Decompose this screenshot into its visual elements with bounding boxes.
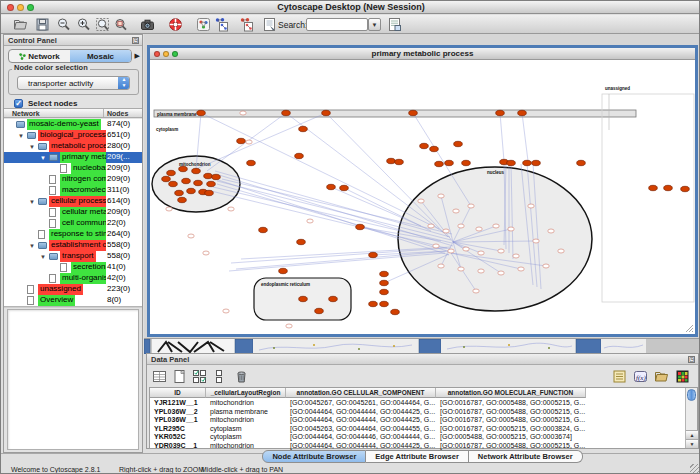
- network-view-window[interactable]: primary metabolic process plasma membran…: [147, 45, 698, 337]
- help-lifering-icon[interactable]: [168, 17, 183, 32]
- expand-arrow-icon[interactable]: ▼: [18, 131, 24, 141]
- minimized-windows-strip[interactable]: [144, 338, 699, 353]
- search-dropdown-icon[interactable]: ▼: [368, 18, 381, 31]
- network-node-selected[interactable]: [162, 176, 171, 181]
- attribute-matrix-icon[interactable]: [675, 369, 690, 384]
- network-node[interactable]: [463, 247, 469, 251]
- network-node-selected[interactable]: [178, 197, 187, 202]
- tree-row[interactable]: Overview8(0): [4, 295, 142, 306]
- tree-row[interactable]: cellular metabo209(0): [4, 207, 142, 218]
- network-node-selected[interactable]: [435, 161, 444, 166]
- network-node-selected[interactable]: [194, 180, 203, 185]
- tree-splitter[interactable]: [4, 306, 142, 308]
- birdseye-view[interactable]: [7, 309, 139, 450]
- tree-row[interactable]: cell communicat22(0): [4, 218, 142, 229]
- network-node-selected[interactable]: [387, 158, 396, 163]
- network-node-selected[interactable]: [282, 110, 291, 115]
- network-node-selected[interactable]: [369, 301, 378, 306]
- network-node-selected[interactable]: [518, 110, 527, 115]
- network-node-selected[interactable]: [395, 159, 404, 164]
- network-node-selected[interactable]: [175, 190, 184, 195]
- network-node-selected[interactable]: [420, 143, 429, 148]
- network-node[interactable]: [458, 267, 464, 271]
- tree-row[interactable]: ▼metabolic process280(0): [4, 141, 142, 152]
- network-node[interactable]: [518, 267, 524, 271]
- network-node-selected[interactable]: [197, 110, 206, 115]
- network-node[interactable]: [473, 289, 479, 293]
- tree-row[interactable]: mosaic-demo-yeast874(0): [4, 119, 142, 130]
- network-node[interactable]: [468, 204, 474, 208]
- tree-row[interactable]: multi-organism pro42(0): [4, 273, 142, 284]
- view-resize-grip[interactable]: [686, 325, 693, 332]
- network-node[interactable]: [478, 251, 484, 255]
- expand-arrow-icon[interactable]: ▼: [29, 241, 35, 251]
- tree-row[interactable]: secretion41(0): [4, 262, 142, 273]
- zoom-fit-icon[interactable]: [95, 17, 110, 32]
- plugin-layout-red-icon[interactable]: [239, 17, 254, 32]
- network-node-selected[interactable]: [237, 138, 246, 143]
- network-node[interactable]: [458, 224, 464, 228]
- network-node-selected[interactable]: [649, 185, 658, 190]
- network-node-selected[interactable]: [340, 185, 349, 190]
- network-node[interactable]: [228, 207, 234, 211]
- table-column-header[interactable]: _cellularLayoutRegion: [206, 388, 286, 398]
- tab-node-attribute-browser[interactable]: Node Attribute Browser: [262, 450, 366, 463]
- search-input[interactable]: [306, 18, 368, 31]
- network-node[interactable]: [548, 229, 554, 233]
- scrollbar-thumb[interactable]: [687, 389, 696, 401]
- expand-arrow-icon[interactable]: ▼: [40, 153, 46, 163]
- window-resize-grip[interactable]: [690, 464, 700, 474]
- network-node-selected[interactable]: [212, 174, 221, 179]
- select-attributes-icon[interactable]: [192, 369, 207, 384]
- attribute-table-icon[interactable]: [152, 369, 167, 384]
- snapshot-camera-icon[interactable]: [140, 17, 155, 32]
- network-node-selected[interactable]: [681, 186, 690, 191]
- node-color-dropdown[interactable]: transporter activity ▲▼: [17, 76, 130, 90]
- network-node-selected[interactable]: [207, 181, 216, 186]
- network-node-selected[interactable]: [169, 181, 178, 186]
- network-node[interactable]: [223, 309, 229, 313]
- zoom-out-icon[interactable]: [56, 17, 71, 32]
- tree-row[interactable]: ▼transport558(0): [4, 251, 142, 262]
- tab-network-attribute-browser[interactable]: Network Attribute Browser: [469, 450, 583, 463]
- save-icon[interactable]: [35, 17, 50, 32]
- network-canvas[interactable]: plasma membrane cytoplasm mitochondrion …: [150, 60, 695, 334]
- network-node-selected[interactable]: [299, 126, 308, 131]
- network-node-selected[interactable]: [192, 168, 201, 173]
- tree-row[interactable]: macromolecule311(0): [4, 185, 142, 196]
- network-node[interactable]: [307, 219, 313, 223]
- table-column-header[interactable]: ID: [150, 388, 206, 398]
- table-row[interactable]: YKR052Ccytoplasm[GO:0044464, GO:0044446,…: [150, 432, 684, 441]
- float-data-panel-icon[interactable]: ◳: [688, 356, 695, 363]
- scroll-up-icon[interactable]: ▲: [686, 430, 698, 439]
- import-table-icon[interactable]: [387, 17, 402, 32]
- expand-arrow-icon[interactable]: ▼: [29, 142, 35, 152]
- table-column-header[interactable]: annotation.GO CELLULAR_COMPONENT: [286, 388, 436, 398]
- tree-row[interactable]: response to stimulu264(0): [4, 229, 142, 240]
- network-node-selected[interactable]: [496, 110, 505, 115]
- network-node-selected[interactable]: [322, 110, 331, 115]
- network-node-selected[interactable]: [204, 173, 213, 178]
- tree-row[interactable]: ▼establishment of lo558(0): [4, 240, 142, 251]
- expand-arrow-icon[interactable]: ▼: [40, 252, 46, 262]
- tab-overflow-arrow[interactable]: ▶: [135, 52, 140, 60]
- attribute-list-icon[interactable]: [612, 369, 627, 384]
- network-node-selected[interactable]: [391, 309, 400, 314]
- float-panel-icon[interactable]: ◳: [132, 37, 139, 44]
- network-node[interactable]: [240, 111, 246, 115]
- network-node-selected[interactable]: [329, 296, 338, 301]
- select-nodes-checkbox[interactable]: ✓: [14, 99, 23, 108]
- network-node[interactable]: [428, 224, 434, 228]
- tree-row[interactable]: ▼primary metabo209(...: [4, 152, 142, 163]
- network-node-selected[interactable]: [462, 160, 471, 165]
- table-row[interactable]: YDR039C__1mitochondrion[GO:0044464, GO:0…: [150, 441, 684, 450]
- network-node-selected[interactable]: [327, 184, 336, 189]
- network-node[interactable]: [443, 229, 449, 233]
- tree-row[interactable]: ▼biological_process651(0): [4, 130, 142, 141]
- network-node[interactable]: [528, 204, 534, 208]
- network-node-selected[interactable]: [430, 146, 439, 151]
- table-vertical-scrollbar[interactable]: ▲ ▼: [685, 388, 697, 448]
- network-node[interactable]: [476, 227, 482, 231]
- network-node[interactable]: [498, 271, 504, 275]
- network-node-selected[interactable]: [664, 185, 673, 190]
